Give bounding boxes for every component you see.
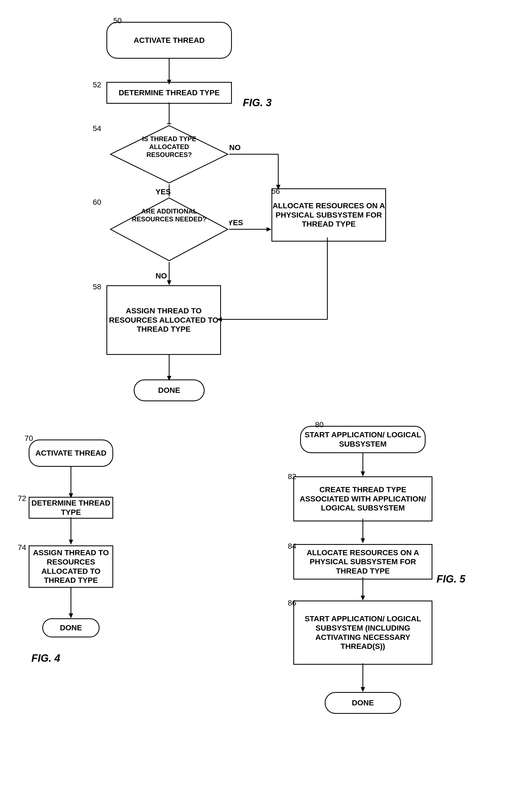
start-app2-fig5: START APPLICATION/ LOGICAL SUBSYSTEM (IN… xyxy=(293,601,433,665)
svg-marker-35 xyxy=(361,687,365,692)
arrows-layer: NO YES YES NO xyxy=(0,0,532,793)
assign-thread-fig4: ASSIGN THREAD TO RESOURCES ALLOCATED TO … xyxy=(28,546,113,588)
done-fig4: DONE xyxy=(42,618,99,638)
label-52: 52 xyxy=(93,80,101,89)
svg-marker-31 xyxy=(361,538,365,543)
label-72: 72 xyxy=(18,494,26,503)
is-thread-allocated-fig3: IS THREAD TYPE ALLOCATED RESOURCES? xyxy=(109,124,229,184)
fig4-label: FIG. 4 xyxy=(31,652,60,664)
done-fig3: DONE xyxy=(134,380,205,401)
fig5-label: FIG. 5 xyxy=(437,573,466,585)
svg-marker-29 xyxy=(361,472,365,476)
svg-text:NO: NO xyxy=(229,143,241,152)
diagram-container: NO YES YES NO xyxy=(0,0,532,793)
fig3-label: FIG. 3 xyxy=(243,97,272,109)
svg-text:YES: YES xyxy=(155,187,171,196)
label-58: 58 xyxy=(93,282,101,291)
done-fig5: DONE xyxy=(325,692,401,714)
label-54: 54 xyxy=(93,124,101,133)
svg-marker-15 xyxy=(167,280,171,285)
label-60: 60 xyxy=(93,198,101,207)
create-thread-type-fig5: CREATE THREAD TYPE ASSOCIATED WITH APPLI… xyxy=(293,476,433,521)
svg-marker-33 xyxy=(361,596,365,601)
label-74: 74 xyxy=(18,543,26,552)
svg-marker-27 xyxy=(69,613,73,618)
svg-marker-12 xyxy=(267,227,271,232)
svg-text:NO: NO xyxy=(155,272,167,280)
are-additional-resources-fig3: ARE ADDITIONAL RESOURCES NEEDED? xyxy=(109,197,229,262)
svg-text:YES: YES xyxy=(228,218,243,227)
determine-thread-type-fig3: DETERMINE THREAD TYPE xyxy=(107,82,232,104)
activate-thread-fig4: ACTIVATE THREAD xyxy=(28,440,113,467)
allocate-resources-fig5: ALLOCATE RESOURCES ON A PHYSICAL SUBSYST… xyxy=(293,544,433,579)
determine-thread-type-fig4: DETERMINE THREAD TYPE xyxy=(28,497,113,519)
activate-thread-fig3: ACTIVATE THREAD xyxy=(107,22,232,59)
start-app-fig5: START APPLICATION/ LOGICAL SUBSYSTEM xyxy=(300,426,425,453)
assign-thread-fig3: ASSIGN THREAD TO RESOURCES ALLOCATED TO … xyxy=(107,285,221,355)
label-70: 70 xyxy=(24,434,33,443)
allocate-resources-fig3: ALLOCATE RESOURCES ON A PHYSICAL SUBSYST… xyxy=(271,188,386,242)
svg-marker-25 xyxy=(69,540,73,545)
